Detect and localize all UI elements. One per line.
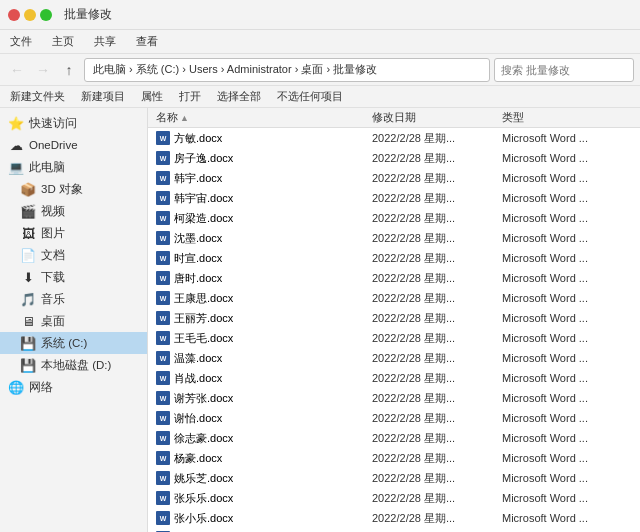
table-row[interactable]: W 肖战.docx 2022/2/28 星期... Microsoft Word… <box>148 368 640 388</box>
sidebar-item-system-c[interactable]: 💾系统 (C:) <box>0 332 147 354</box>
sidebar-label-pictures: 图片 <box>41 226 65 241</box>
menu-share[interactable]: 共享 <box>88 32 122 51</box>
file-size: 0 KB <box>612 392 640 404</box>
file-size: 0 KB <box>612 492 640 504</box>
file-name: 温藻.docx <box>174 351 222 366</box>
file-type: Microsoft Word ... <box>502 452 612 464</box>
sidebar-item-3d-objects[interactable]: 📦3D 对象 <box>0 178 147 200</box>
table-row[interactable]: W 王毛毛.docx 2022/2/28 星期... Microsoft Wor… <box>148 328 640 348</box>
table-row[interactable]: W 徐志豪.docx 2022/2/28 星期... Microsoft Wor… <box>148 428 640 448</box>
sidebar-label-documents: 文档 <box>41 248 65 263</box>
sidebar-item-pictures[interactable]: 🖼图片 <box>0 222 147 244</box>
menu-file[interactable]: 文件 <box>4 32 38 51</box>
file-name: 姚乐芝.docx <box>174 471 233 486</box>
maximize-button[interactable] <box>40 9 52 21</box>
sidebar: ⭐快速访问☁OneDrive💻此电脑📦3D 对象🎬视频🖼图片📄文档⬇下载🎵音乐🖥… <box>0 108 148 532</box>
properties-button[interactable]: 属性 <box>135 88 169 105</box>
table-row[interactable]: W 柯梁造.docx 2022/2/28 星期... Microsoft Wor… <box>148 208 640 228</box>
sidebar-item-downloads[interactable]: ⬇下载 <box>0 266 147 288</box>
menu-view[interactable]: 查看 <box>130 32 164 51</box>
file-size: 0 KB <box>612 432 640 444</box>
file-date: 2022/2/28 星期... <box>372 391 502 406</box>
music-icon: 🎵 <box>20 291 36 307</box>
file-size: 0 KB <box>612 192 640 204</box>
window-controls[interactable] <box>8 9 52 21</box>
word-doc-icon: W <box>156 471 170 485</box>
sidebar-item-local-d[interactable]: 💾本地磁盘 (D:) <box>0 354 147 376</box>
sidebar-item-desktop[interactable]: 🖥桌面 <box>0 310 147 332</box>
file-date: 2022/2/28 星期... <box>372 191 502 206</box>
file-size: 0 KB <box>612 352 640 364</box>
table-row[interactable]: W 房子逸.docx 2022/2/28 星期... Microsoft Wor… <box>148 148 640 168</box>
word-doc-icon: W <box>156 431 170 445</box>
table-row[interactable]: W 时宣.docx 2022/2/28 星期... Microsoft Word… <box>148 248 640 268</box>
select-all-button[interactable]: 选择全部 <box>211 88 267 105</box>
sidebar-item-network[interactable]: 🌐网络 <box>0 376 147 398</box>
sidebar-label-local-d: 本地磁盘 (D:) <box>41 358 111 373</box>
up-button[interactable]: ↑ <box>58 59 80 81</box>
back-button[interactable]: ← <box>6 59 28 81</box>
sidebar-label-downloads: 下载 <box>41 270 65 285</box>
address-path[interactable]: 此电脑 › 系统 (C:) › Users › Administrator › … <box>84 58 490 82</box>
table-row[interactable]: W 张小乐.docx 2022/2/28 星期... Microsoft Wor… <box>148 508 640 528</box>
table-row[interactable]: W 王康思.docx 2022/2/28 星期... Microsoft Wor… <box>148 288 640 308</box>
forward-button[interactable]: → <box>32 59 54 81</box>
local-d-icon: 💾 <box>20 357 36 373</box>
file-size: 0 KB <box>612 412 640 424</box>
table-row[interactable]: W 张乐乐.docx 2022/2/28 星期... Microsoft Wor… <box>148 488 640 508</box>
file-date: 2022/2/28 星期... <box>372 211 502 226</box>
file-name: 沈墨.docx <box>174 231 222 246</box>
col-header-type[interactable]: 类型 <box>502 110 612 125</box>
network-icon: 🌐 <box>8 379 24 395</box>
new-item-button[interactable]: 新建项目 <box>75 88 131 105</box>
sidebar-label-desktop: 桌面 <box>41 314 65 329</box>
close-button[interactable] <box>8 9 20 21</box>
open-button[interactable]: 打开 <box>173 88 207 105</box>
table-row[interactable]: W 姚乐芝.docx 2022/2/28 星期... Microsoft Wor… <box>148 468 640 488</box>
word-doc-icon: W <box>156 251 170 265</box>
table-row[interactable]: W 韩宇宙.docx 2022/2/28 星期... Microsoft Wor… <box>148 188 640 208</box>
menu-home[interactable]: 主页 <box>46 32 80 51</box>
file-type: Microsoft Word ... <box>502 232 612 244</box>
sidebar-item-quick-access[interactable]: ⭐快速访问 <box>0 112 147 134</box>
search-input[interactable] <box>494 58 634 82</box>
word-doc-icon: W <box>156 331 170 345</box>
table-row[interactable]: W 谢芳张.docx 2022/2/28 星期... Microsoft Wor… <box>148 388 640 408</box>
sidebar-item-videos[interactable]: 🎬视频 <box>0 200 147 222</box>
col-header-date[interactable]: 修改日期 <box>372 110 502 125</box>
table-row[interactable]: W 韩宇.docx 2022/2/28 星期... Microsoft Word… <box>148 168 640 188</box>
file-size: 0 KB <box>612 252 640 264</box>
file-name: 肖战.docx <box>174 371 222 386</box>
sidebar-item-music[interactable]: 🎵音乐 <box>0 288 147 310</box>
table-row[interactable]: W 沈墨.docx 2022/2/28 星期... Microsoft Word… <box>148 228 640 248</box>
word-doc-icon: W <box>156 151 170 165</box>
table-row[interactable]: W 方敏.docx 2022/2/28 星期... Microsoft Word… <box>148 128 640 148</box>
table-row[interactable]: W 周远方.docx 2022/2/28 星期... Microsoft Wor… <box>148 528 640 532</box>
file-name: 王毛毛.docx <box>174 331 233 346</box>
file-name: 王康思.docx <box>174 291 233 306</box>
col-header-name[interactable]: 名称 ▲ <box>152 110 372 125</box>
sidebar-item-this-pc[interactable]: 💻此电脑 <box>0 156 147 178</box>
file-size: 0 KB <box>612 452 640 464</box>
window-title: 批量修改 <box>64 6 112 23</box>
file-type: Microsoft Word ... <box>502 312 612 324</box>
file-name: 王丽芳.docx <box>174 311 233 326</box>
sidebar-item-documents[interactable]: 📄文档 <box>0 244 147 266</box>
table-row[interactable]: W 温藻.docx 2022/2/28 星期... Microsoft Word… <box>148 348 640 368</box>
minimize-button[interactable] <box>24 9 36 21</box>
documents-icon: 📄 <box>20 247 36 263</box>
sidebar-item-onedrive[interactable]: ☁OneDrive <box>0 134 147 156</box>
table-row[interactable]: W 王丽芳.docx 2022/2/28 星期... Microsoft Wor… <box>148 308 640 328</box>
table-row[interactable]: W 杨豪.docx 2022/2/28 星期... Microsoft Word… <box>148 448 640 468</box>
new-folder-button[interactable]: 新建文件夹 <box>4 88 71 105</box>
3d-objects-icon: 📦 <box>20 181 36 197</box>
sidebar-label-onedrive: OneDrive <box>29 139 78 151</box>
col-header-size[interactable]: 大小 <box>612 110 640 125</box>
select-none-button[interactable]: 不选任何项目 <box>271 88 349 105</box>
file-date: 2022/2/28 星期... <box>372 431 502 446</box>
table-row[interactable]: W 谢怡.docx 2022/2/28 星期... Microsoft Word… <box>148 408 640 428</box>
file-type: Microsoft Word ... <box>502 192 612 204</box>
sidebar-label-network: 网络 <box>29 380 53 395</box>
table-row[interactable]: W 唐时.docx 2022/2/28 星期... Microsoft Word… <box>148 268 640 288</box>
file-name: 韩宇宙.docx <box>174 191 233 206</box>
